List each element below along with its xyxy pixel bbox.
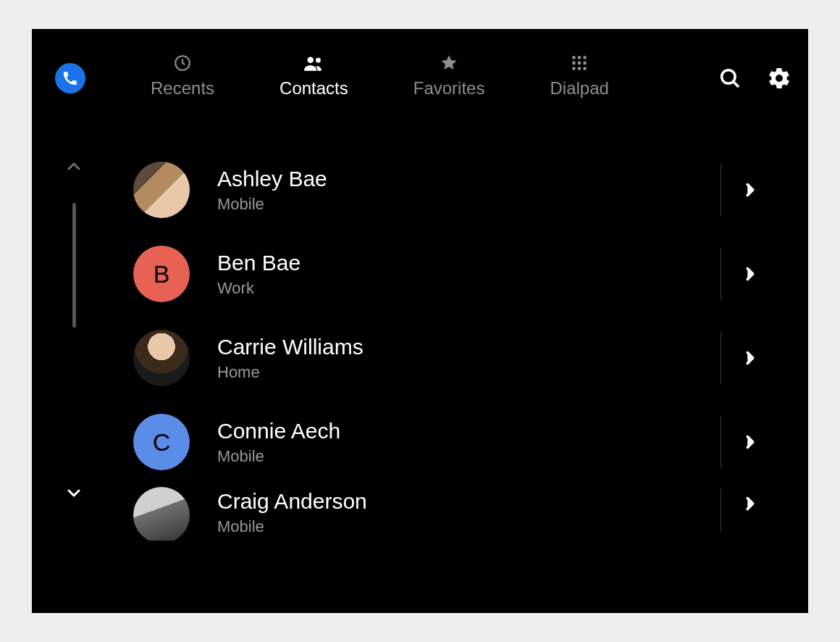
svg-point-5 [583, 56, 587, 59]
chevron-right-icon [742, 182, 758, 198]
phone-app-window: Recents Contacts Favorites [32, 29, 808, 613]
contact-name: Craig Anderson [217, 488, 367, 514]
contact-detail-button[interactable] [721, 350, 779, 366]
svg-point-6 [572, 62, 576, 65]
contact-name: Ashley Bae [217, 166, 327, 192]
contact-label: Home [217, 363, 364, 382]
search-button[interactable] [715, 64, 744, 93]
contact-text: Ben Bae Work [217, 250, 301, 298]
chevron-up-icon [65, 158, 83, 175]
contact-text: Ashley Bae Mobile [217, 166, 327, 214]
phone-icon [62, 70, 78, 86]
tab-label: Recents [151, 78, 214, 99]
scroll-down-button[interactable] [65, 484, 83, 501]
contact-text: Carrie Williams Home [217, 334, 364, 382]
contact-row[interactable]: B Ben Bae Work [133, 232, 779, 316]
settings-button[interactable] [765, 64, 794, 93]
contact-row[interactable]: Craig Anderson Mobile [133, 484, 779, 541]
contact-label: Work [217, 279, 301, 298]
tab-recents[interactable]: Recents [151, 54, 214, 99]
chevron-right-icon [742, 266, 758, 282]
scrollbar[interactable] [72, 203, 76, 328]
tab-favorites[interactable]: Favorites [413, 54, 485, 99]
contact-text: Connie Aech Mobile [217, 418, 340, 466]
contact-detail-button[interactable] [721, 266, 779, 282]
tab-label: Contacts [280, 78, 348, 99]
contact-detail-button[interactable] [721, 182, 779, 198]
contact-label: Mobile [217, 195, 327, 214]
chevron-right-icon [742, 496, 758, 512]
star-icon [440, 54, 458, 72]
chevron-right-icon [742, 350, 758, 366]
svg-point-2 [316, 58, 321, 63]
contacts-list: Ashley Bae Mobile B Ben Bae Work Carrie … [133, 148, 779, 541]
chevron-down-icon [65, 484, 83, 501]
tab-label: Favorites [413, 78, 485, 99]
contact-name: Carrie Williams [217, 334, 364, 360]
avatar [133, 330, 190, 386]
top-bar-actions [715, 64, 794, 93]
tab-contacts[interactable]: Contacts [280, 54, 348, 99]
contact-detail-button[interactable] [721, 434, 779, 450]
contact-text: Craig Anderson Mobile [217, 488, 367, 536]
clock-icon [173, 54, 192, 72]
svg-point-10 [578, 67, 581, 70]
svg-point-8 [583, 62, 587, 65]
contact-row[interactable]: Carrie Williams Home [133, 316, 779, 400]
avatar [133, 162, 190, 218]
contact-name: Ben Bae [217, 250, 301, 276]
svg-point-12 [722, 70, 735, 83]
phone-button[interactable] [55, 63, 85, 93]
contact-row[interactable]: Ashley Bae Mobile [133, 148, 779, 232]
svg-point-11 [583, 67, 587, 70]
search-icon [718, 66, 742, 91]
avatar [133, 487, 190, 541]
contact-detail-button[interactable] [721, 496, 779, 512]
svg-point-1 [308, 57, 314, 63]
contact-name: Connie Aech [217, 418, 340, 444]
contact-row[interactable]: C Connie Aech Mobile [133, 400, 779, 484]
svg-point-4 [578, 56, 581, 59]
svg-point-3 [572, 56, 576, 59]
contact-label: Mobile [217, 447, 340, 466]
svg-line-13 [734, 82, 739, 88]
contact-label: Mobile [217, 517, 367, 536]
tab-label: Dialpad [550, 78, 608, 99]
people-icon [303, 54, 324, 72]
tab-bar: Recents Contacts Favorites [151, 54, 609, 99]
chevron-right-icon [742, 434, 758, 450]
dialpad-icon [570, 54, 589, 72]
svg-point-9 [572, 67, 576, 70]
gear-icon [767, 66, 791, 91]
top-bar: Recents Contacts Favorites [32, 29, 808, 123]
avatar: B [133, 246, 190, 302]
avatar: C [133, 414, 190, 470]
scroll-up-button[interactable] [65, 158, 83, 175]
tab-dialpad[interactable]: Dialpad [550, 54, 608, 99]
svg-point-7 [578, 62, 581, 65]
